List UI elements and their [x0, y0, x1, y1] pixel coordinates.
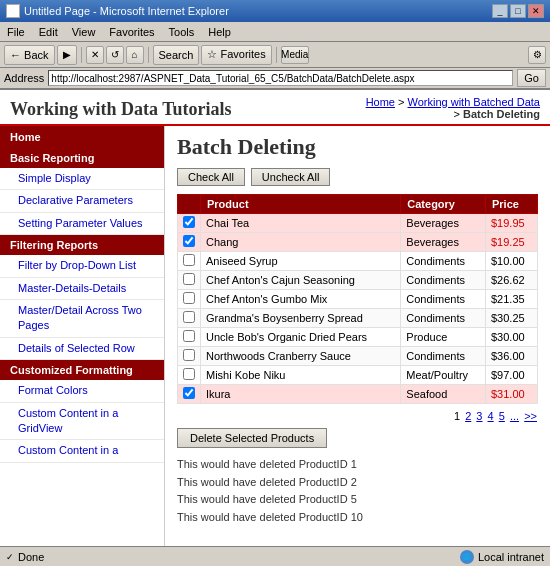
sidebar-item-format-colors[interactable]: Format Colors — [0, 380, 164, 402]
page-5[interactable]: 5 — [499, 410, 505, 422]
window-controls[interactable]: _ □ ✕ — [492, 4, 544, 18]
menu-view[interactable]: View — [69, 25, 99, 39]
product-price: $10.00 — [486, 252, 538, 271]
minimize-button[interactable]: _ — [492, 4, 508, 18]
forward-button[interactable]: ▶ — [57, 45, 77, 65]
maximize-button[interactable]: □ — [510, 4, 526, 18]
sidebar-item-setting-parameter-values[interactable]: Setting Parameter Values — [0, 213, 164, 235]
check-all-button[interactable]: Check All — [177, 168, 245, 186]
window-title: Untitled Page - Microsoft Internet Explo… — [24, 5, 229, 17]
delete-selected-button[interactable]: Delete Selected Products — [177, 428, 327, 448]
sidebar-item-filter-dropdown[interactable]: Filter by Drop-Down List — [0, 255, 164, 277]
site-title: Working with Data Tutorials — [10, 99, 232, 120]
sidebar-section-customized-formatting[interactable]: Customized Formatting — [0, 360, 164, 380]
menu-edit[interactable]: Edit — [36, 25, 61, 39]
sidebar-section-basic-reporting[interactable]: Basic Reporting — [0, 148, 164, 168]
col-header-checkbox — [178, 195, 201, 214]
breadcrumb-home[interactable]: Home — [366, 96, 395, 108]
menu-help[interactable]: Help — [205, 25, 234, 39]
sidebar-item-master-details[interactable]: Master-Details-Details — [0, 278, 164, 300]
toolbar: ← Back ▶ ✕ ↺ ⌂ Search ☆ Favorites Media … — [0, 42, 550, 68]
row-checkbox[interactable] — [183, 216, 195, 228]
product-category: Condiments — [401, 271, 486, 290]
tools-icon-button[interactable]: ⚙ — [528, 46, 546, 64]
menu-file[interactable]: File — [4, 25, 28, 39]
row-checkbox[interactable] — [183, 273, 195, 285]
product-category: Beverages — [401, 214, 486, 233]
main-panel: Batch Deleting Check All Uncheck All Pro… — [165, 126, 550, 546]
row-checkbox[interactable] — [183, 235, 195, 247]
row-checkbox[interactable] — [183, 387, 195, 399]
row-checkbox[interactable] — [183, 330, 195, 342]
product-name: Chai Tea — [201, 214, 401, 233]
go-button[interactable]: Go — [517, 69, 546, 87]
table-row: Grandma's Boysenberry SpreadCondiments$3… — [178, 309, 538, 328]
page-3[interactable]: 3 — [476, 410, 482, 422]
page-header: Working with Data Tutorials Home > Worki… — [0, 90, 550, 126]
pagination: 1 2 3 4 5 ... >> — [177, 410, 538, 422]
table-row: Uncle Bob's Organic Dried PearsProduce$3… — [178, 328, 538, 347]
sidebar-item-simple-display[interactable]: Simple Display — [0, 168, 164, 190]
close-button[interactable]: ✕ — [528, 4, 544, 18]
status-left: ✓ Done — [6, 551, 44, 563]
product-name: Mishi Kobe Niku — [201, 366, 401, 385]
log-messages: This would have deleted ProductID 1This … — [177, 456, 538, 526]
row-checkbox[interactable] — [183, 311, 195, 323]
page-next[interactable]: >> — [524, 410, 537, 422]
table-row: Chef Anton's Gumbo MixCondiments$21.35 — [178, 290, 538, 309]
sidebar-item-master-detail-across[interactable]: Master/Detail Across Two Pages — [0, 300, 164, 338]
breadcrumb-section[interactable]: Working with Batched Data — [408, 96, 540, 108]
col-header-price: Price — [486, 195, 538, 214]
address-label: Address — [4, 72, 44, 84]
sidebar-item-details-selected-row[interactable]: Details of Selected Row — [0, 338, 164, 360]
media-button[interactable]: Media — [281, 46, 309, 64]
page-ellipsis[interactable]: ... — [510, 410, 519, 422]
product-name: Chang — [201, 233, 401, 252]
status-text: Done — [18, 551, 44, 563]
sidebar-item-custom-content-2[interactable]: Custom Content in a — [0, 440, 164, 462]
product-price: $19.95 — [486, 214, 538, 233]
col-header-product: Product — [201, 195, 401, 214]
product-category: Seafood — [401, 385, 486, 404]
menubar: File Edit View Favorites Tools Help — [0, 22, 550, 42]
product-name: Aniseed Syrup — [201, 252, 401, 271]
sidebar: Home Basic Reporting Simple Display Decl… — [0, 126, 165, 546]
breadcrumb-current: Batch Deleting — [463, 108, 540, 120]
row-checkbox[interactable] — [183, 292, 195, 304]
page-4[interactable]: 4 — [488, 410, 494, 422]
sidebar-section-filtering-reports[interactable]: Filtering Reports — [0, 235, 164, 255]
menu-tools[interactable]: Tools — [166, 25, 198, 39]
page-current: 1 — [454, 410, 460, 422]
product-price: $21.35 — [486, 290, 538, 309]
table-row: IkuraSeafood$31.00 — [178, 385, 538, 404]
table-row: Aniseed SyrupCondiments$10.00 — [178, 252, 538, 271]
row-checkbox[interactable] — [183, 368, 195, 380]
row-checkbox[interactable] — [183, 349, 195, 361]
table-row: Northwoods Cranberry SauceCondiments$36.… — [178, 347, 538, 366]
toolbar-separator-3 — [276, 47, 277, 63]
uncheck-all-button[interactable]: Uncheck All — [251, 168, 330, 186]
log-message: This would have deleted ProductID 5 — [177, 491, 538, 509]
row-checkbox[interactable] — [183, 254, 195, 266]
sidebar-home[interactable]: Home — [0, 126, 164, 148]
content-area: Working with Data Tutorials Home > Worki… — [0, 90, 550, 546]
refresh-button[interactable]: ↺ — [106, 46, 124, 64]
product-price: $30.00 — [486, 328, 538, 347]
home-button[interactable]: ⌂ — [126, 46, 144, 64]
statusbar: ✓ Done 🌐 Local intranet — [0, 546, 550, 566]
menu-favorites[interactable]: Favorites — [106, 25, 157, 39]
stop-button[interactable]: ✕ — [86, 46, 104, 64]
breadcrumb: Home > Working with Batched Data > Batch… — [366, 96, 540, 120]
status-right: 🌐 Local intranet — [460, 550, 544, 564]
table-row: Mishi Kobe NikuMeat/Poultry$97.00 — [178, 366, 538, 385]
sidebar-item-declarative-parameters[interactable]: Declarative Parameters — [0, 190, 164, 212]
sidebar-item-custom-content-gridview[interactable]: Custom Content in a GridView — [0, 403, 164, 441]
address-input[interactable] — [48, 70, 513, 86]
page-2[interactable]: 2 — [465, 410, 471, 422]
search-button[interactable]: Search — [153, 45, 200, 65]
product-name: Chef Anton's Gumbo Mix — [201, 290, 401, 309]
product-name: Northwoods Cranberry Sauce — [201, 347, 401, 366]
favorites-button[interactable]: ☆ Favorites — [201, 45, 271, 65]
product-category: Condiments — [401, 252, 486, 271]
back-button[interactable]: ← Back — [4, 45, 55, 65]
